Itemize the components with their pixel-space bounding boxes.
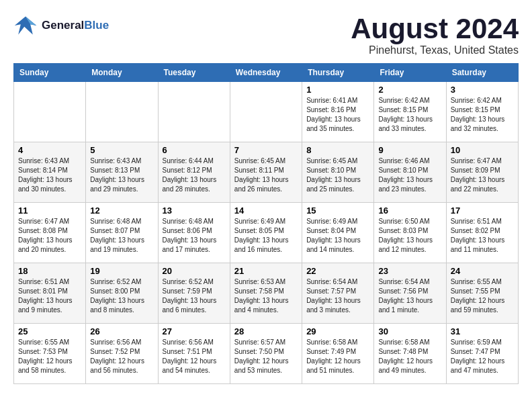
day-cell (14, 82, 86, 142)
day-info: Sunrise: 6:42 AMSunset: 8:15 PMDaylight:… (451, 96, 514, 134)
col-tuesday: Tuesday (158, 64, 230, 82)
day-info: Sunrise: 6:53 AMSunset: 7:58 PMDaylight:… (234, 277, 298, 315)
day-cell: 11 Sunrise: 6:47 AMSunset: 8:08 PMDaylig… (14, 203, 86, 263)
day-cell: 17 Sunrise: 6:51 AMSunset: 8:02 PMDaylig… (446, 203, 518, 263)
day-cell: 3 Sunrise: 6:42 AMSunset: 8:15 PMDayligh… (446, 82, 518, 142)
day-number: 13 (163, 205, 226, 216)
day-number: 31 (451, 326, 514, 336)
day-number: 17 (451, 205, 514, 216)
day-cell: 29 Sunrise: 6:58 AMSunset: 7:49 PMDaylig… (302, 324, 374, 384)
day-number: 14 (234, 205, 298, 216)
day-cell (86, 82, 158, 142)
day-cell: 15 Sunrise: 6:49 AMSunset: 8:04 PMDaylig… (302, 203, 374, 263)
day-info: Sunrise: 6:49 AMSunset: 8:05 PMDaylight:… (234, 217, 298, 255)
week-row-5: 25 Sunrise: 6:55 AMSunset: 7:53 PMDaylig… (14, 324, 519, 384)
day-info: Sunrise: 6:47 AMSunset: 8:09 PMDaylight:… (451, 156, 514, 194)
day-info: Sunrise: 6:45 AMSunset: 8:11 PMDaylight:… (234, 156, 298, 194)
day-info: Sunrise: 6:46 AMSunset: 8:10 PMDaylight:… (378, 156, 441, 194)
day-info: Sunrise: 6:51 AMSunset: 8:01 PMDaylight:… (18, 277, 81, 315)
day-cell: 14 Sunrise: 6:49 AMSunset: 8:05 PMDaylig… (230, 203, 302, 263)
day-number: 5 (90, 145, 153, 155)
day-info: Sunrise: 6:43 AMSunset: 8:14 PMDaylight:… (18, 156, 81, 194)
day-number: 30 (378, 326, 441, 336)
day-number: 26 (90, 326, 153, 336)
logo-text: GeneralBlue (42, 19, 109, 32)
day-number: 12 (90, 205, 153, 216)
day-cell: 25 Sunrise: 6:55 AMSunset: 7:53 PMDaylig… (14, 324, 86, 384)
day-cell: 16 Sunrise: 6:50 AMSunset: 8:03 PMDaylig… (374, 203, 446, 263)
day-number: 24 (451, 266, 514, 276)
day-cell: 20 Sunrise: 6:52 AMSunset: 7:59 PMDaylig… (158, 263, 230, 324)
day-info: Sunrise: 6:58 AMSunset: 7:48 PMDaylight:… (378, 338, 441, 375)
day-number: 19 (90, 266, 153, 276)
day-cell: 12 Sunrise: 6:48 AMSunset: 8:07 PMDaylig… (86, 203, 158, 263)
subtitle: Pinehurst, Texas, United States (351, 44, 519, 56)
day-number: 1 (306, 85, 369, 95)
day-info: Sunrise: 6:56 AMSunset: 7:51 PMDaylight:… (163, 338, 226, 375)
day-number: 16 (378, 205, 441, 216)
col-wednesday: Wednesday (230, 64, 302, 82)
day-number: 27 (163, 326, 226, 336)
day-cell: 18 Sunrise: 6:51 AMSunset: 8:01 PMDaylig… (14, 263, 86, 324)
day-cell: 9 Sunrise: 6:46 AMSunset: 8:10 PMDayligh… (374, 142, 446, 203)
day-cell (158, 82, 230, 142)
col-monday: Monday (86, 64, 158, 82)
day-info: Sunrise: 6:57 AMSunset: 7:50 PMDaylight:… (234, 338, 298, 375)
col-sunday: Sunday (14, 64, 86, 82)
day-number: 4 (18, 145, 81, 155)
title-area: August 2024 Pinehurst, Texas, United Sta… (351, 13, 519, 56)
page-header: GeneralBlue August 2024 Pinehurst, Texas… (13, 13, 519, 56)
day-info: Sunrise: 6:44 AMSunset: 8:12 PMDaylight:… (163, 156, 226, 194)
day-info: Sunrise: 6:43 AMSunset: 8:13 PMDaylight:… (90, 156, 153, 194)
day-cell: 19 Sunrise: 6:52 AMSunset: 8:00 PMDaylig… (86, 263, 158, 324)
day-info: Sunrise: 6:59 AMSunset: 7:47 PMDaylight:… (451, 338, 514, 375)
day-cell (230, 82, 302, 142)
day-number: 22 (306, 266, 369, 276)
col-saturday: Saturday (446, 64, 518, 82)
calendar-table: Sunday Monday Tuesday Wednesday Thursday… (13, 63, 519, 384)
day-cell: 26 Sunrise: 6:56 AMSunset: 7:52 PMDaylig… (86, 324, 158, 384)
day-cell: 23 Sunrise: 6:54 AMSunset: 7:56 PMDaylig… (374, 263, 446, 324)
day-number: 3 (451, 85, 514, 95)
day-cell: 5 Sunrise: 6:43 AMSunset: 8:13 PMDayligh… (86, 142, 158, 203)
logo-icon (13, 13, 38, 38)
svg-marker-0 (15, 17, 36, 35)
day-info: Sunrise: 6:47 AMSunset: 8:08 PMDaylight:… (18, 217, 81, 255)
day-cell: 22 Sunrise: 6:54 AMSunset: 7:57 PMDaylig… (302, 263, 374, 324)
day-info: Sunrise: 6:55 AMSunset: 7:55 PMDaylight:… (451, 277, 514, 315)
day-info: Sunrise: 6:41 AMSunset: 8:16 PMDaylight:… (306, 96, 369, 134)
week-row-3: 11 Sunrise: 6:47 AMSunset: 8:08 PMDaylig… (14, 203, 519, 263)
day-cell: 8 Sunrise: 6:45 AMSunset: 8:10 PMDayligh… (302, 142, 374, 203)
day-number: 21 (234, 266, 298, 276)
day-cell: 30 Sunrise: 6:58 AMSunset: 7:48 PMDaylig… (374, 324, 446, 384)
day-info: Sunrise: 6:48 AMSunset: 8:06 PMDaylight:… (163, 217, 226, 255)
day-cell: 1 Sunrise: 6:41 AMSunset: 8:16 PMDayligh… (302, 82, 374, 142)
day-info: Sunrise: 6:55 AMSunset: 7:53 PMDaylight:… (18, 338, 81, 375)
week-row-4: 18 Sunrise: 6:51 AMSunset: 8:01 PMDaylig… (14, 263, 519, 324)
day-cell: 13 Sunrise: 6:48 AMSunset: 8:06 PMDaylig… (158, 203, 230, 263)
day-cell: 27 Sunrise: 6:56 AMSunset: 7:51 PMDaylig… (158, 324, 230, 384)
day-info: Sunrise: 6:54 AMSunset: 7:56 PMDaylight:… (378, 277, 441, 315)
day-number: 2 (378, 85, 441, 95)
day-cell: 7 Sunrise: 6:45 AMSunset: 8:11 PMDayligh… (230, 142, 302, 203)
day-number: 10 (451, 145, 514, 155)
day-number: 28 (234, 326, 298, 336)
day-info: Sunrise: 6:42 AMSunset: 8:15 PMDaylight:… (378, 96, 441, 134)
main-title: August 2024 (351, 13, 519, 44)
day-info: Sunrise: 6:48 AMSunset: 8:07 PMDaylight:… (90, 217, 153, 255)
day-number: 18 (18, 266, 81, 276)
day-info: Sunrise: 6:56 AMSunset: 7:52 PMDaylight:… (90, 338, 153, 375)
day-number: 23 (378, 266, 441, 276)
day-cell: 4 Sunrise: 6:43 AMSunset: 8:14 PMDayligh… (14, 142, 86, 203)
day-info: Sunrise: 6:52 AMSunset: 8:00 PMDaylight:… (90, 277, 153, 315)
day-number: 7 (234, 145, 298, 155)
day-info: Sunrise: 6:58 AMSunset: 7:49 PMDaylight:… (306, 338, 369, 375)
day-number: 29 (306, 326, 369, 336)
day-cell: 31 Sunrise: 6:59 AMSunset: 7:47 PMDaylig… (446, 324, 518, 384)
day-cell: 28 Sunrise: 6:57 AMSunset: 7:50 PMDaylig… (230, 324, 302, 384)
day-number: 8 (306, 145, 369, 155)
week-row-2: 4 Sunrise: 6:43 AMSunset: 8:14 PMDayligh… (14, 142, 519, 203)
day-info: Sunrise: 6:51 AMSunset: 8:02 PMDaylight:… (451, 217, 514, 255)
day-cell: 2 Sunrise: 6:42 AMSunset: 8:15 PMDayligh… (374, 82, 446, 142)
day-number: 6 (163, 145, 226, 155)
